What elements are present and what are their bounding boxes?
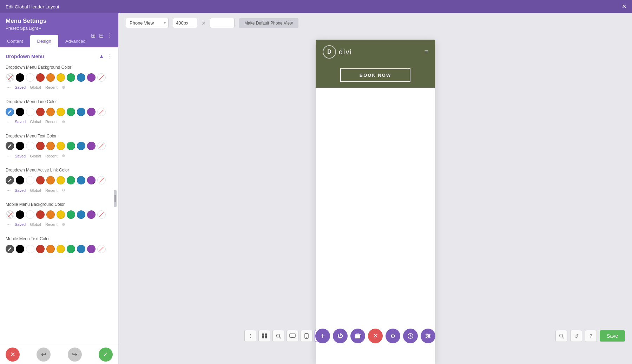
color-swatch-eraser-6[interactable] xyxy=(97,245,106,253)
color-swatch-yellow-2[interactable] xyxy=(57,108,65,116)
gear-icon-1[interactable]: ⚙ xyxy=(62,85,65,90)
color-swatch-pencil-dark-1[interactable] xyxy=(6,142,14,150)
color-swatch-red-3[interactable] xyxy=(36,142,45,150)
color-swatch-transparent-5[interactable] xyxy=(6,210,14,219)
color-swatch-eraser-2[interactable] xyxy=(97,108,106,116)
panel-icon-layout[interactable]: ⊟ xyxy=(99,32,104,39)
undo-button[interactable]: ↩ xyxy=(37,348,51,362)
gear-icon-2[interactable]: ⚙ xyxy=(62,120,65,124)
dots-btn-5[interactable]: ··· xyxy=(6,221,11,228)
resize-handle-left[interactable] xyxy=(114,190,117,207)
color-swatch-red-1[interactable] xyxy=(36,73,45,82)
color-swatch-red-5[interactable] xyxy=(36,210,45,219)
saved-label-3[interactable]: Saved xyxy=(15,154,26,158)
color-swatch-blue-1[interactable] xyxy=(77,73,85,82)
recent-label-4[interactable]: Recent xyxy=(45,188,58,193)
panel-preset[interactable]: Preset: Spa Light ▾ xyxy=(6,26,113,31)
saved-label-5[interactable]: Saved xyxy=(15,222,26,227)
color-swatch-black-2[interactable] xyxy=(16,108,24,116)
search-help-button[interactable] xyxy=(555,330,567,342)
color-swatch-black-4[interactable] xyxy=(16,176,24,184)
toolbar-desktop-button[interactable] xyxy=(287,330,298,342)
recent-label-1[interactable]: Recent xyxy=(45,85,58,89)
color-swatch-red-2[interactable] xyxy=(36,108,45,116)
toolbar-grid-button[interactable] xyxy=(258,330,270,342)
recent-label-2[interactable]: Recent xyxy=(45,120,58,124)
saved-label-1[interactable]: Saved xyxy=(15,85,26,89)
color-swatch-black-1[interactable] xyxy=(16,73,24,82)
width-input[interactable] xyxy=(173,18,197,28)
global-label-1[interactable]: Global xyxy=(30,85,41,89)
delete-button[interactable] xyxy=(350,329,365,343)
global-label-4[interactable]: Global xyxy=(30,188,41,193)
panel-icon-more[interactable]: ⋮ xyxy=(107,32,113,39)
recent-label-3[interactable]: Recent xyxy=(45,154,58,158)
color-swatch-blue-4[interactable] xyxy=(77,176,85,184)
color-swatch-yellow-5[interactable] xyxy=(57,210,65,219)
dots-btn-2[interactable]: ··· xyxy=(6,118,11,126)
color-swatch-yellow-6[interactable] xyxy=(57,245,65,253)
color-swatch-purple-5[interactable] xyxy=(87,210,96,219)
refresh-button[interactable]: ↺ xyxy=(570,330,582,342)
tab-advanced[interactable]: Advanced xyxy=(58,35,93,47)
color-swatch-pencil-dark-2[interactable] xyxy=(6,176,14,184)
color-swatch-purple-1[interactable] xyxy=(87,73,96,82)
toolbar-dots-button[interactable]: ⋮ xyxy=(244,330,256,342)
color-swatch-yellow-4[interactable] xyxy=(57,176,65,184)
saved-label-2[interactable]: Saved xyxy=(15,120,26,124)
dots-btn-3[interactable]: ··· xyxy=(6,152,11,160)
saved-label-4[interactable]: Saved xyxy=(15,188,26,193)
color-swatch-eraser-1[interactable] xyxy=(97,73,106,82)
make-default-button[interactable]: Make Default Phone View xyxy=(239,18,298,28)
extra-input[interactable] xyxy=(210,18,235,28)
color-swatch-blue-6[interactable] xyxy=(77,245,85,253)
section-collapse-icon[interactable]: ▲ xyxy=(99,53,104,60)
gear-icon-3[interactable]: ⚙ xyxy=(62,154,65,158)
color-swatch-yellow-1[interactable] xyxy=(57,73,65,82)
color-swatch-green-5[interactable] xyxy=(67,210,75,219)
color-swatch-orange-1[interactable] xyxy=(46,73,55,82)
color-swatch-red-4[interactable] xyxy=(36,176,45,184)
color-swatch-white-3[interactable] xyxy=(26,142,34,150)
settings-button[interactable]: ⚙ xyxy=(386,329,400,343)
color-swatch-green-6[interactable] xyxy=(67,245,75,253)
gear-icon-5[interactable]: ⚙ xyxy=(62,222,65,227)
color-swatch-pencil-blue[interactable] xyxy=(6,108,14,116)
color-swatch-eraser-3[interactable] xyxy=(97,142,106,150)
power-button[interactable]: ⏻ xyxy=(333,329,348,343)
help-button[interactable]: ? xyxy=(585,330,597,342)
color-swatch-black-3[interactable] xyxy=(16,142,24,150)
color-swatch-white-6[interactable] xyxy=(26,245,34,253)
color-swatch-green-1[interactable] xyxy=(67,73,75,82)
color-swatch-eraser-5[interactable] xyxy=(97,210,106,219)
tab-content[interactable]: Content xyxy=(0,35,30,47)
color-swatch-black-6[interactable] xyxy=(16,245,24,253)
color-swatch-orange-3[interactable] xyxy=(46,142,55,150)
color-swatch-white-5[interactable] xyxy=(26,210,34,219)
panel-icon-copy[interactable]: ⊞ xyxy=(91,32,96,39)
color-swatch-orange-4[interactable] xyxy=(46,176,55,184)
color-swatch-green-4[interactable] xyxy=(67,176,75,184)
recent-label-5[interactable]: Recent xyxy=(45,222,58,227)
add-element-button[interactable]: + xyxy=(315,329,330,343)
gear-icon-4[interactable]: ⚙ xyxy=(62,188,65,193)
dots-btn-4[interactable]: ··· xyxy=(6,187,11,194)
color-swatch-eraser-4[interactable] xyxy=(97,176,106,184)
color-swatch-white-2[interactable] xyxy=(26,108,34,116)
global-label-5[interactable]: Global xyxy=(30,222,41,227)
section-more-icon[interactable]: ⋮ xyxy=(107,53,113,60)
color-swatch-black-5[interactable] xyxy=(16,210,24,219)
color-swatch-green-2[interactable] xyxy=(67,108,75,116)
toolbar-tablet-button[interactable] xyxy=(301,330,312,342)
history-button[interactable] xyxy=(403,329,418,343)
color-swatch-orange-2[interactable] xyxy=(46,108,55,116)
color-swatch-orange-5[interactable] xyxy=(46,210,55,219)
color-swatch-purple-4[interactable] xyxy=(87,176,96,184)
color-swatch-blue-3[interactable] xyxy=(77,142,85,150)
close-element-button[interactable]: ✕ xyxy=(368,329,383,343)
dots-btn-1[interactable]: ··· xyxy=(6,84,11,91)
color-swatch-purple-6[interactable] xyxy=(87,245,96,253)
redo-button[interactable]: ↪ xyxy=(68,348,82,362)
save-button[interactable]: Save xyxy=(600,330,625,342)
confirm-button[interactable]: ✓ xyxy=(99,348,113,362)
